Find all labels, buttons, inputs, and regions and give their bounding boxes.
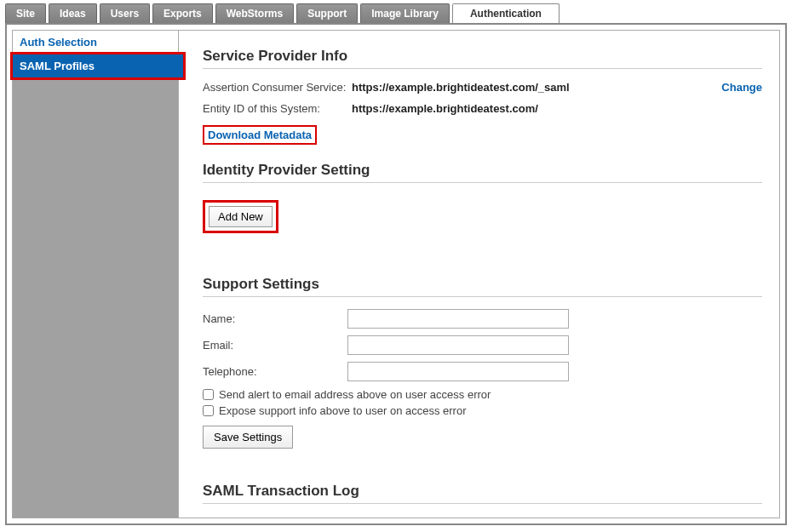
- main-panel: Auth Selection SAML Profiles Service Pro…: [5, 23, 787, 525]
- tab-exports[interactable]: Exports: [152, 3, 213, 23]
- entity-id-label: Entity ID of this System:: [203, 102, 352, 115]
- email-label: Email:: [203, 339, 347, 352]
- name-input[interactable]: [347, 309, 569, 329]
- save-settings-button[interactable]: Save Settings: [203, 426, 293, 449]
- idp-title: Identity Provider Setting: [203, 162, 762, 183]
- email-input[interactable]: [347, 335, 569, 355]
- alert-checkbox[interactable]: [203, 389, 214, 400]
- top-tabs: Site Ideas Users Exports WebStorms Suppo…: [5, 3, 792, 23]
- expose-checkbox[interactable]: [203, 405, 214, 416]
- tab-support[interactable]: Support: [296, 3, 358, 23]
- tab-ideas[interactable]: Ideas: [49, 3, 97, 23]
- name-label: Name:: [203, 312, 347, 325]
- log-title: SAML Transaction Log: [203, 483, 762, 504]
- download-metadata-link[interactable]: Download Metadata: [208, 129, 312, 141]
- download-metadata-highlight: Download Metadata: [203, 125, 317, 145]
- tab-site[interactable]: Site: [5, 3, 46, 23]
- acs-value: https://example.brightideatest.com/_saml: [352, 81, 721, 94]
- entity-id-value: https://example.brightideatest.com/: [352, 102, 762, 115]
- change-link[interactable]: Change: [721, 81, 762, 94]
- sidebar-item-saml-profiles[interactable]: SAML Profiles: [13, 54, 183, 77]
- content-area: Service Provider Info Assertion Consumer…: [179, 31, 779, 518]
- log-link[interactable]: Go to SAML Transaction Log: [203, 516, 354, 518]
- acs-label: Assertion Consumer Service:: [203, 81, 352, 94]
- sidebar-item-auth-selection[interactable]: Auth Selection: [13, 31, 178, 54]
- support-title: Support Settings: [203, 276, 762, 297]
- expose-checkbox-label: Expose support info above to user on acc…: [219, 404, 467, 417]
- tab-authentication[interactable]: Authentication: [452, 3, 560, 23]
- alert-checkbox-label: Send alert to email address above on use…: [219, 388, 491, 401]
- add-new-highlight: Add New: [203, 200, 278, 233]
- tab-image-library[interactable]: Image Library: [360, 3, 450, 23]
- tab-webstorms[interactable]: WebStorms: [215, 3, 294, 23]
- inner-panel: Auth Selection SAML Profiles Service Pro…: [12, 30, 780, 518]
- tab-users[interactable]: Users: [100, 3, 150, 23]
- spi-title: Service Provider Info: [203, 48, 762, 69]
- phone-input[interactable]: [347, 362, 569, 381]
- add-new-button[interactable]: Add New: [209, 206, 273, 227]
- sidebar: Auth Selection SAML Profiles: [13, 31, 179, 518]
- phone-label: Telephone:: [203, 365, 347, 378]
